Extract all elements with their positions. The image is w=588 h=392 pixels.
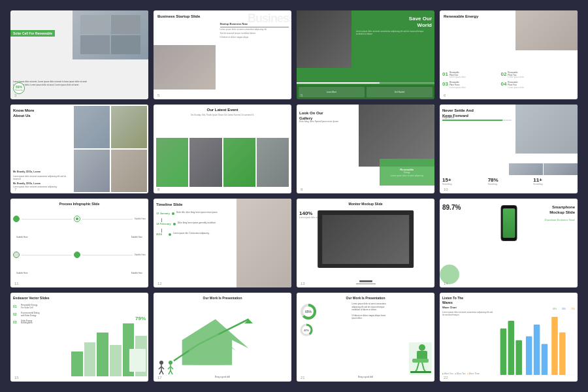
slide-13-num: 15 [14,376,19,380]
svg-rect-34 [559,333,566,375]
slide-16-legend: ■ Wave One ■ Wave Two ■ Wave Three [442,372,480,375]
slide-15-sub: Bring a good skill [358,376,373,378]
slide-9-process: Subtitle Here Subtitle HereSubtitle Here… [13,209,146,281]
svg-line-22 [417,363,419,370]
slide-14-sub: Bring a good skill [215,376,230,378]
slide-12[interactable]: 89.7% SmartphoneMockup Slide Download En… [440,199,578,287]
slide-9-step3-circle [13,252,20,258]
slide-11-num: 13 [301,282,305,286]
slide-1-image [73,10,148,59]
slide-15-text: Lorem ipsum dolor sit amet consectetur a… [351,302,386,320]
slide-9-step1-circle [13,216,20,222]
slide-2[interactable]: Business Business Startup Slide Startup … [154,10,291,99]
slide-14-figures [156,360,176,376]
slide-4-title: Renewable Energy [444,14,478,18]
svg-rect-29 [515,340,522,375]
slide-13-items: 01 Renewable EnergyFor Solar Cell 02 Env… [13,304,75,327]
slide-16[interactable]: Listen To TheWaves Wave Chart Lorem ipsu… [440,293,578,382]
slide-15-title: Our Work Is Presentation [346,296,385,300]
slide-2-title: Business Startup Slide [157,14,200,20]
slide-7[interactable]: Look On OurGallery Dolor bkng, dolor Spe… [297,105,434,193]
slide-6-desc: Urs Sunday, Utls, Thank Ipsum Grace Our … [191,114,254,116]
slide-3-btn2[interactable]: Get Started [367,87,433,97]
slide-15-figure [409,342,432,375]
svg-text:40%: 40% [304,329,309,332]
slide-14-title: Our Work Is Presentation [203,296,242,300]
svg-rect-33 [551,317,558,375]
slide-7-desc: Dolor bkng, dolor Special Ipsum never Ip… [299,120,357,123]
slide-10-image [237,199,291,287]
slide-12-sub: Download Endeavor Now! [545,218,575,221]
slide-4-items: 01RenewablePlant OneLorem ipsum dolor 02… [442,72,566,90]
svg-rect-27 [500,329,506,375]
slide-1-text: Lorem ipsum dolor sit amet, Lorem ipsum … [13,80,89,86]
slide-16-wave-label: Wave Chart [442,306,457,309]
slide-2-image [154,45,216,90]
slide-16-title: Listen To TheWaves [442,296,497,304]
svg-point-1 [159,361,163,365]
svg-rect-21 [412,359,429,363]
slide-13-title: Endeavor Vector Slides [13,296,50,300]
slide-6[interactable]: Our Latest Event Urs Sunday, Utls, Thank… [154,105,291,193]
slide-8-img-row [509,163,578,175]
slide-11[interactable]: Monitor Mockup Slide 140% Lorem ipsum do… [297,199,434,287]
slide-3-btn1[interactable]: Learn More [299,87,365,97]
slide-1-badge: 89% Success [13,82,25,94]
slide-3[interactable]: Save OurWorld Lorem ipsum dolor sit amet… [297,10,434,99]
slide-13[interactable]: Endeavor Vector Slides 01 Renewable Ener… [10,293,148,382]
slide-14[interactable]: Our Work Is Presentation [154,293,291,382]
slide-1-title-bar: Solar Cell For Renewable [10,30,55,37]
slide-10-timeline: 12 January Dolor title, dolor bkng lorem… [156,212,233,239]
slide-1[interactable]: Solar Cell For Renewable Lorem ipsum dol… [10,10,148,99]
svg-line-5 [159,370,161,374]
slide-5[interactable]: Know MoreAbout Us Mr. Brantly, CEOs, Lor… [10,105,148,193]
svg-line-23 [422,363,424,370]
svg-line-11 [169,370,171,374]
slide-9-title: Process Infographic Slide [59,202,99,206]
slide-8-progress: Progress One [442,116,512,123]
slide-9-num: 11 [14,282,19,286]
slide-3-bottom: Learn More Get Started [297,85,434,99]
slide-12-pct: 89.7% [442,204,461,211]
slide-4-image [515,10,578,50]
slide-6-photos [156,138,289,187]
svg-rect-32 [541,344,547,375]
slide-5-images [73,105,148,193]
slide-10-title: Timeline Slide [156,203,182,206]
slide-15[interactable]: Our Work Is Presentation 65% 40% Lorem i… [297,293,434,382]
slide-1-num: 3 [14,93,16,97]
slide-3-title: Save OurWorld [409,16,432,28]
svg-text:65%: 65% [305,310,312,314]
svg-line-6 [161,370,163,374]
slide-3-progress [297,82,434,84]
slide-12-num: 14 [444,282,448,286]
slide-3-num: 5 [301,93,302,97]
slide-9-step2-circle [74,216,80,222]
slide-16-chart: 63% 30% 76% [495,313,575,375]
slide-8-image [515,105,578,154]
slide-8-num: 10 [444,188,448,191]
slide-12-blob [440,265,459,284]
slide-9-step4-circle [74,252,80,258]
slide-8-stats: 15+Something 78%Something 11+Something [442,177,575,186]
slide-5-title: Know MoreAbout Us [13,108,34,119]
slide-14-num: 17 [157,376,162,380]
svg-line-24 [416,370,417,371]
slide-12-title: SmartphoneMockup Slide [513,205,575,216]
slide-6-num: 8 [157,188,159,191]
slide-13-illustration [129,349,146,372]
svg-point-7 [169,361,172,365]
slide-3-image [297,10,351,68]
slide-9[interactable]: Process Infographic Slide Subtitle Here … [10,199,148,287]
slide-12-phone [500,205,517,241]
svg-rect-31 [533,325,540,375]
slide-8[interactable]: Never Settle AndKeep Forward Progress On… [440,105,578,193]
slide-11-title: Monitor Mockup Slide [349,202,383,206]
slide-16-num: 22 [444,376,448,380]
slide-10[interactable]: Timeline Slide 12 January Dolor title, d… [154,199,291,287]
slide-4-num: 6 [444,93,446,97]
slide-2-content: Startup Business Now Lorem ipsum dolor s… [220,22,289,39]
slide-4[interactable]: Renewable Energy 01RenewablePlant OneLor… [440,10,578,99]
slide-5-text: Mr. Brantly, CEOs, Lorem Lorem ipsum dol… [13,171,71,188]
slide-7-num: 9 [301,188,302,191]
